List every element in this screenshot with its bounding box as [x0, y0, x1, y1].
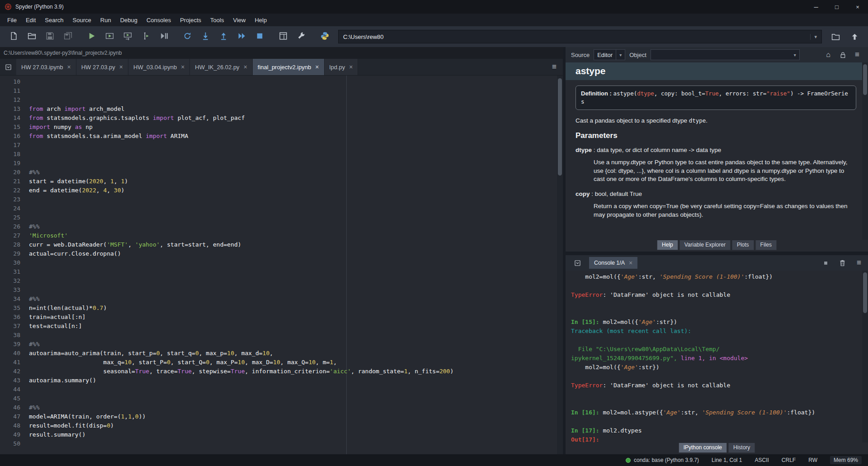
editor-tab[interactable]: HW_03.04.ipynb×	[128, 59, 190, 75]
console-tab[interactable]: Console 1/A ×	[589, 257, 637, 269]
debug-file-button[interactable]	[155, 28, 173, 45]
line-number: 29	[0, 249, 20, 258]
working-directory-combobox[interactable]: C:\Users\rew80 ▾	[338, 30, 822, 43]
help-summary: Cast a pandas object to a specified dtyp…	[576, 117, 856, 124]
horizontal-splitter[interactable]	[566, 252, 868, 255]
right-pane: Source Editor ▾ Object ▾ ⌂ ≡	[566, 47, 868, 454]
run-cell-advance-button[interactable]	[118, 28, 137, 45]
console-line	[571, 399, 860, 408]
toolbar-separator	[77, 28, 82, 45]
console-tabbar: Console 1/A × ≡	[566, 255, 868, 271]
pane-tab-ipython-console[interactable]: IPython console	[679, 443, 727, 453]
editor-tab[interactable]: final_projectv2.ipynb×	[253, 59, 325, 75]
lock-icon[interactable]	[837, 51, 848, 59]
editor-code[interactable]: from arch import arch_modelfrom statsmod…	[24, 76, 557, 454]
console-scrollbar[interactable]	[862, 271, 868, 442]
menu-file[interactable]: File	[3, 15, 21, 25]
new-file-button[interactable]	[5, 28, 23, 45]
close-tab-icon[interactable]: ×	[119, 64, 123, 70]
pane-tab-plots[interactable]: Plots	[732, 240, 754, 250]
menu-run[interactable]: Run	[96, 15, 116, 25]
menu-source[interactable]: Source	[68, 15, 96, 25]
maximize-button[interactable]: □	[826, 0, 847, 14]
save-button[interactable]	[41, 28, 59, 45]
editor-tab-label: HW 27.03.py	[81, 64, 115, 71]
pythonpath-button[interactable]	[316, 28, 334, 45]
maximize-pane-button[interactable]	[274, 28, 292, 45]
pane-tab-history[interactable]: History	[728, 443, 755, 453]
run-cell-button[interactable]	[100, 28, 118, 45]
pane-tab-files[interactable]: Files	[755, 240, 777, 250]
pane-tab-variable-explorer[interactable]: Variable Explorer	[679, 240, 731, 250]
menu-consoles[interactable]: Consoles	[142, 15, 175, 25]
chevron-down-icon: ▾	[619, 52, 622, 57]
help-source-select[interactable]: Editor ▾	[594, 49, 625, 60]
preferences-button[interactable]	[292, 28, 310, 45]
close-button[interactable]: ×	[847, 0, 868, 14]
continue-execution-button[interactable]	[232, 28, 250, 45]
editor-tab[interactable]: HW 27.03.ipynb×	[16, 59, 76, 75]
help-scrollbar[interactable]	[862, 62, 868, 240]
stop-button[interactable]	[250, 28, 269, 45]
line-number: 14	[0, 114, 20, 123]
open-file-button[interactable]	[23, 28, 41, 45]
close-tab-icon[interactable]: ×	[244, 64, 247, 70]
save-all-button[interactable]	[59, 28, 77, 45]
code-line: end = datetime(2022, 4, 30)	[29, 186, 557, 195]
step-out-button[interactable]	[214, 28, 232, 45]
line-number: 41	[0, 358, 20, 367]
maximize-icon: □	[835, 4, 839, 10]
console-options-menu-icon[interactable]: ≡	[854, 258, 864, 267]
help-scrollbar-thumb[interactable]	[863, 64, 867, 95]
code-line: start = datetime(2020, 1, 1)	[29, 177, 557, 186]
editor-tab[interactable]: lpd.py×	[325, 59, 359, 75]
run-button[interactable]	[82, 28, 100, 45]
help-options-menu-icon[interactable]: ≡	[852, 50, 863, 59]
code-line	[29, 150, 557, 159]
help-definition: Definition : astype(dtype, copy: bool_t=…	[576, 86, 856, 110]
run-selection-button[interactable]	[137, 28, 155, 45]
console-tab-label: Console 1/A	[594, 260, 625, 266]
code-line	[29, 159, 557, 168]
step-into-button[interactable]	[196, 28, 214, 45]
editor-file-path: C:\Users\rew80\.spyder-py3\final_project…	[0, 47, 563, 59]
editor-options-menu-icon[interactable]: ≡	[546, 59, 563, 75]
menu-edit[interactable]: Edit	[21, 15, 40, 25]
menu-projects[interactable]: Projects	[175, 15, 206, 25]
browse-working-directory-button[interactable]	[826, 28, 844, 45]
stop-icon	[255, 31, 264, 42]
parent-directory-button[interactable]	[845, 28, 863, 45]
browse-tabs-icon[interactable]	[0, 59, 16, 75]
code-editor[interactable]: 1011121314151617181920212223242526272829…	[0, 76, 563, 454]
editor-scrollbar-thumb[interactable]	[558, 78, 562, 176]
help-object-combobox[interactable]: ▾	[651, 49, 800, 60]
interrupt-kernel-icon[interactable]	[820, 259, 831, 267]
remove-console-icon[interactable]	[837, 259, 848, 267]
console-scrollbar-thumb[interactable]	[863, 272, 867, 313]
console-output[interactable]: mol2=mol({'Age':str, 'Spending Score (1-…	[566, 271, 868, 442]
editor-scrollbar[interactable]	[557, 76, 563, 454]
close-tab-icon[interactable]: ×	[67, 64, 71, 70]
console-line: File "C:\Users\rew80\AppData\Local\Temp/	[571, 345, 860, 354]
browse-tabs-icon[interactable]	[569, 259, 585, 267]
code-line	[29, 276, 557, 285]
menu-tools[interactable]: Tools	[206, 15, 228, 25]
menu-debug[interactable]: Debug	[116, 15, 142, 25]
close-tab-icon[interactable]: ×	[315, 64, 319, 70]
close-tab-icon[interactable]: ×	[181, 64, 184, 70]
editor-tab[interactable]: HW_IK_26.02.py×	[190, 59, 252, 75]
pane-tab-help[interactable]: Help	[657, 240, 678, 250]
code-line: from statsmodels.tsa.arima_model import …	[29, 132, 557, 141]
chevron-down-icon[interactable]: ▾	[810, 34, 817, 40]
close-tab-icon[interactable]: ×	[349, 64, 353, 70]
minimize-button[interactable]: ─	[806, 0, 826, 14]
step-out-icon	[219, 31, 228, 42]
menu-help[interactable]: Help	[250, 15, 271, 25]
close-console-icon[interactable]: ×	[629, 260, 632, 266]
menu-view[interactable]: View	[228, 15, 250, 25]
rerun-button[interactable]	[178, 28, 196, 45]
editor-tab[interactable]: HW 27.03.py×	[76, 59, 128, 75]
menu-search[interactable]: Search	[40, 15, 68, 25]
home-icon[interactable]: ⌂	[823, 51, 834, 59]
code-line	[29, 141, 557, 150]
